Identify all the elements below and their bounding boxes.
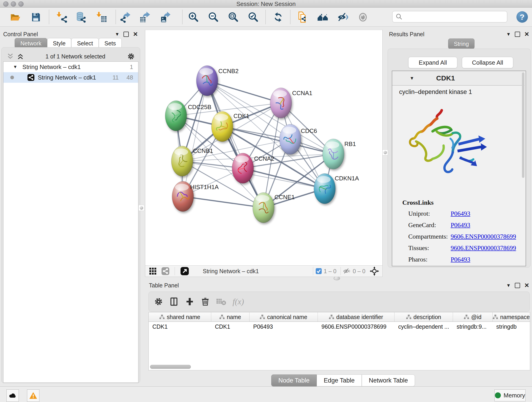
close-panel-icon[interactable]: ✕ — [133, 32, 138, 36]
crosslink-link[interactable]: 9606.ENSP00000378699 — [451, 233, 516, 240]
column-type-icon — [406, 315, 411, 319]
export-image-button[interactable] — [159, 11, 172, 24]
tab-string[interactable]: String — [448, 38, 475, 49]
close-panel-icon[interactable]: ✕ — [524, 283, 529, 288]
delete-column-trash-icon[interactable] — [201, 297, 210, 306]
network-edge[interactable] — [183, 81, 207, 196]
hidden-eye-icon — [343, 267, 351, 275]
collapse-triangle-icon[interactable]: ▼ — [13, 64, 17, 70]
eye-slash-icon — [337, 12, 348, 23]
gene-card-header[interactable]: ▼ CDK1 — [392, 71, 525, 85]
crosslink-link[interactable]: P06493 — [451, 256, 470, 263]
right-splitter-handle[interactable] — [382, 149, 388, 155]
collapse-all-icon[interactable] — [7, 53, 14, 60]
cloud-status-button[interactable] — [6, 389, 19, 402]
hide-selected-button[interactable] — [336, 11, 349, 24]
network-node-ccne1[interactable] — [253, 192, 274, 223]
float-panel-icon[interactable] — [123, 32, 129, 37]
panel-menu-icon[interactable]: ▼ — [115, 32, 119, 37]
zoom-in-button[interactable] — [187, 11, 200, 24]
detach-view-icon[interactable] — [180, 267, 189, 275]
memory-button[interactable]: Memory — [494, 389, 526, 401]
table-type-tabs: Node Table Edge Table Network Table — [271, 375, 415, 386]
import-network-file-button[interactable] — [56, 11, 68, 24]
network-node-ccnb2[interactable] — [196, 65, 218, 96]
help-button[interactable]: ? — [516, 11, 528, 23]
expand-all-button[interactable]: Expand All — [408, 57, 457, 68]
function-builder-fx: f(x) — [233, 297, 244, 306]
export-table-button[interactable] — [139, 11, 152, 24]
horizontal-splitter-handle[interactable] — [334, 276, 340, 280]
close-panel-icon[interactable]: ✕ — [524, 32, 529, 36]
warnings-button[interactable] — [27, 389, 39, 402]
column-header[interactable]: canonical name — [249, 313, 318, 322]
results-scrollbar[interactable] — [522, 72, 525, 178]
gear-icon[interactable] — [127, 52, 135, 61]
save-session-button[interactable] — [29, 11, 42, 24]
network-graph[interactable]: CCNB2CCNA1CDC25BCDK1CDC6RB1CCNB1CCNA2CDK… — [145, 30, 382, 266]
node-label-ccne1: CCNE1 — [274, 194, 295, 201]
expand-all-icon[interactable] — [17, 53, 24, 60]
collapse-all-button[interactable]: Collapse All — [462, 57, 513, 68]
show-columns-icon[interactable] — [169, 297, 179, 306]
create-column-plus-icon[interactable] — [185, 297, 195, 306]
table-settings-gear-icon[interactable] — [154, 297, 163, 306]
first-neighbors-button[interactable] — [317, 11, 329, 24]
column-type-icon — [260, 315, 265, 319]
table-row[interactable]: CDK1 CDK1 P06493 9606.ENSP00000378699 cy… — [149, 322, 530, 332]
network-node-cdk1[interactable] — [211, 111, 233, 142]
search-input[interactable] — [405, 12, 507, 22]
panel-menu-icon[interactable]: ▼ — [506, 32, 511, 37]
column-header[interactable]: @id — [453, 313, 493, 322]
export-network-button[interactable] — [119, 11, 132, 24]
float-panel-icon[interactable] — [515, 32, 520, 37]
crosslink-link[interactable]: P06493 — [451, 221, 470, 229]
save-icon — [30, 12, 41, 23]
birds-eye-icon[interactable] — [370, 266, 379, 276]
tab-network-table[interactable]: Network Table — [362, 375, 415, 386]
clone-network-button[interactable] — [296, 11, 309, 24]
column-header[interactable]: description — [394, 313, 453, 322]
eye-disabled-icon — [357, 12, 369, 23]
network-node-cdc25b[interactable] — [165, 101, 187, 131]
network-canvas[interactable]: CCNB2CCNA1CDC25BCDK1CDC6RB1CCNB1CCNA2CDK… — [145, 30, 383, 266]
tab-edge-table[interactable]: Edge Table — [317, 375, 362, 386]
selected-checkbox-icon[interactable] — [316, 268, 322, 274]
column-header[interactable]: name — [211, 313, 249, 322]
tab-node-table[interactable]: Node Table — [271, 375, 317, 386]
network-row-selected[interactable]: String Network – cdk1 11 48 — [3, 72, 138, 83]
open-session-button[interactable] — [9, 11, 22, 24]
left-splitter-handle[interactable] — [138, 205, 144, 211]
network-edge[interactable] — [207, 81, 281, 103]
column-header[interactable]: namespace — [493, 313, 530, 322]
panel-menu-icon[interactable]: ▼ — [506, 283, 511, 288]
zoom-fit-button[interactable] — [227, 11, 240, 24]
network-node-ccna2[interactable] — [232, 153, 254, 183]
network-node-ccnb1[interactable] — [171, 146, 193, 176]
collapse-triangle-icon[interactable]: ▼ — [410, 76, 414, 81]
float-panel-icon[interactable] — [515, 283, 520, 288]
import-table-file-button[interactable] — [95, 11, 108, 24]
show-all-button[interactable] — [356, 11, 369, 24]
table-horizontal-scrollbar[interactable] — [150, 365, 191, 369]
crosslink-link[interactable]: P06493 — [451, 210, 470, 217]
apply-layout-button[interactable] — [272, 11, 285, 24]
refresh-icon — [273, 12, 284, 23]
node-count: 11 — [113, 74, 119, 81]
zoom-selected-button[interactable] — [247, 11, 260, 24]
network-node-cdc6[interactable] — [279, 124, 301, 154]
network-node-cdkn1a[interactable] — [314, 173, 336, 204]
network-view-icon[interactable] — [161, 267, 170, 275]
network-collection-row[interactable]: ▼ String Network – cdk1 1 — [3, 62, 138, 72]
column-header[interactable]: shared name — [149, 313, 211, 322]
zoom-out-button[interactable] — [207, 11, 220, 24]
import-network-database-button[interactable] — [75, 11, 87, 24]
database-icon — [75, 12, 87, 23]
network-node-rb1[interactable] — [323, 139, 344, 169]
network-edge[interactable] — [183, 196, 264, 208]
column-header[interactable]: database identifier — [318, 313, 394, 322]
network-node-ccna1[interactable] — [270, 88, 292, 118]
crosslink-link[interactable]: 9606.ENSP00000378699 — [451, 244, 516, 252]
grid-view-icon[interactable] — [149, 267, 157, 275]
node-label-cdc6: CDC6 — [301, 128, 317, 134]
